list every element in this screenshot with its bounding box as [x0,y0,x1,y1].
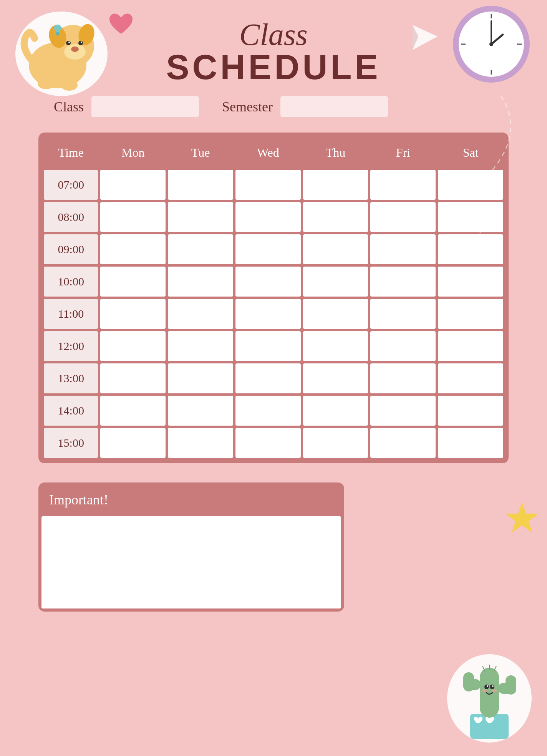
table-row: 10:00 [44,267,503,297]
important-header: Important! [41,486,341,514]
schedule-cell[interactable] [100,202,166,232]
schedule-cell[interactable] [168,363,233,393]
svg-point-39 [492,689,497,692]
schedule-cell[interactable] [168,267,233,297]
schedule-cell[interactable] [303,363,368,393]
col-header-fri: Fri [370,138,436,167]
schedule-cell[interactable] [303,299,368,329]
time-cell: 13:00 [44,363,98,393]
schedule-cell[interactable] [370,363,436,393]
schedule-cell[interactable] [100,234,166,264]
star-decoration [505,500,539,535]
schedule-cell[interactable] [370,170,436,200]
schedule-cell[interactable] [168,234,233,264]
time-cell: 15:00 [44,428,98,458]
schedule-cell[interactable] [235,428,301,458]
schedule-cell[interactable] [370,428,436,458]
schedule-cell[interactable] [168,331,233,361]
schedule-cell[interactable] [370,396,436,426]
schedule-cell[interactable] [235,396,301,426]
schedule-cell[interactable] [303,396,368,426]
schedule-cell[interactable] [303,428,368,458]
svg-rect-33 [506,675,516,695]
table-row: 13:00 [44,363,503,393]
schedule-container: Time Mon Tue Wed Thu Fri Sat 07:0008:000… [38,133,509,463]
schedule-cell[interactable] [100,331,166,361]
schedule-cell[interactable] [370,299,436,329]
table-row: 07:00 [44,170,503,200]
schedule-cell[interactable] [235,299,301,329]
schedule-cell[interactable] [438,299,503,329]
dash-curve-decoration [455,92,516,246]
svg-point-36 [487,685,488,687]
table-header-row: Time Mon Tue Wed Thu Fri Sat [44,138,503,167]
col-header-mon: Mon [100,138,166,167]
schedule-cell[interactable] [168,299,233,329]
schedule-cell[interactable] [168,170,233,200]
schedule-cell[interactable] [235,170,301,200]
schedule-cell[interactable] [168,428,233,458]
semester-label: Semester [222,99,273,115]
schedule-cell[interactable] [303,234,368,264]
important-label: Important! [49,492,108,507]
time-cell: 12:00 [44,331,98,361]
table-row: 14:00 [44,396,503,426]
time-cell: 11:00 [44,299,98,329]
table-row: 15:00 [44,428,503,458]
svg-rect-31 [463,672,474,691]
time-cell: 07:00 [44,170,98,200]
schedule-cell[interactable] [235,331,301,361]
schedule-cell[interactable] [100,428,166,458]
svg-point-34 [484,685,489,689]
schedule-cell[interactable] [370,267,436,297]
table-row: 09:00 [44,234,503,264]
page: Class SCHEDULE Class Semester Time Mon T… [0,0,547,756]
schedule-cell[interactable] [303,267,368,297]
svg-point-37 [492,685,494,687]
svg-marker-26 [506,502,539,533]
svg-point-35 [490,685,494,689]
important-body[interactable] [41,516,341,608]
schedule-cell[interactable] [303,331,368,361]
time-cell: 09:00 [44,234,98,264]
schedule-cell[interactable] [168,202,233,232]
schedule-cell[interactable] [370,202,436,232]
schedule-cell[interactable] [168,396,233,426]
page-header: Class SCHEDULE [38,19,509,85]
schedule-cell[interactable] [235,363,301,393]
table-row: 08:00 [44,202,503,232]
semester-input[interactable] [280,96,388,117]
table-row: 12:00 [44,331,503,361]
important-section-wrapper: Important! [38,482,509,612]
semester-field: Semester [222,96,388,117]
schedule-cell[interactable] [438,267,503,297]
time-cell: 10:00 [44,267,98,297]
title-class: Class [38,19,509,50]
schedule-cell[interactable] [303,170,368,200]
schedule-cell[interactable] [235,234,301,264]
col-header-thu: Thu [303,138,368,167]
schedule-cell[interactable] [235,202,301,232]
schedule-cell[interactable] [100,299,166,329]
cactus-decoration [443,622,535,744]
time-cell: 08:00 [44,202,98,232]
schedule-cell[interactable] [370,234,436,264]
schedule-table: Time Mon Tue Wed Thu Fri Sat 07:0008:000… [41,136,506,460]
col-header-tue: Tue [168,138,233,167]
svg-point-38 [482,689,487,692]
schedule-cell[interactable] [438,428,503,458]
schedule-cell[interactable] [235,267,301,297]
schedule-cell[interactable] [438,331,503,361]
time-cell: 14:00 [44,396,98,426]
schedule-cell[interactable] [100,170,166,200]
col-header-time: Time [44,138,98,167]
schedule-cell[interactable] [370,331,436,361]
svg-rect-29 [480,668,499,718]
schedule-cell[interactable] [303,202,368,232]
schedule-cell[interactable] [100,363,166,393]
col-header-wed: Wed [235,138,301,167]
schedule-cell[interactable] [438,363,503,393]
schedule-cell[interactable] [100,396,166,426]
schedule-cell[interactable] [100,267,166,297]
schedule-cell[interactable] [438,396,503,426]
